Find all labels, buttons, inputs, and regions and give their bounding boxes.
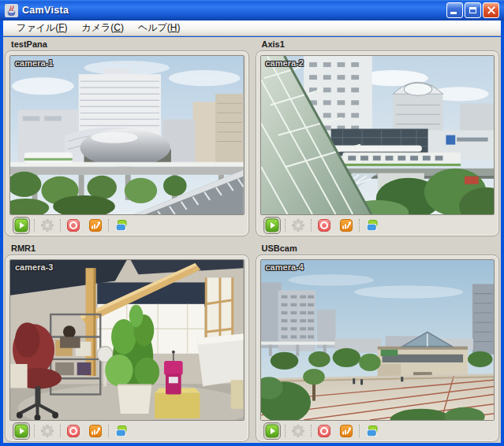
window-mode-button[interactable] bbox=[364, 422, 381, 440]
camera-feed-cityscape-dome bbox=[10, 56, 244, 214]
camera-overlay-label: camera-4 bbox=[266, 262, 304, 272]
camera-toolbar bbox=[260, 215, 495, 236]
play-button[interactable] bbox=[263, 422, 281, 440]
window-mode-icon bbox=[365, 218, 379, 232]
settings-button[interactable] bbox=[289, 422, 307, 440]
camera-toolbar bbox=[260, 421, 495, 441]
record-button[interactable] bbox=[315, 422, 333, 440]
upload-icon bbox=[339, 218, 353, 232]
play-icon bbox=[14, 424, 28, 438]
camera-overlay-label: camera-2 bbox=[266, 58, 304, 68]
upload-icon bbox=[88, 424, 103, 438]
close-icon bbox=[487, 6, 496, 15]
toolbar-separator bbox=[108, 219, 109, 232]
window-mode-icon bbox=[114, 218, 129, 232]
menu-file-label: ファイル( bbox=[17, 22, 58, 33]
settings-icon bbox=[40, 218, 54, 232]
toolbar-separator bbox=[285, 425, 286, 437]
record-icon bbox=[317, 218, 331, 232]
camera-panel: camera-4 bbox=[256, 255, 500, 442]
camera-view-3[interactable]: camera-3 bbox=[9, 259, 245, 421]
record-icon bbox=[66, 218, 80, 232]
record-button[interactable] bbox=[65, 217, 82, 234]
camera-cell-rmr1: RMR1 bbox=[5, 243, 249, 442]
menu-file-label-close: ) bbox=[64, 22, 67, 33]
camera-panel-title: RMR1 bbox=[5, 243, 249, 255]
record-button[interactable] bbox=[315, 217, 333, 234]
play-icon bbox=[265, 218, 279, 232]
window-mode-button[interactable] bbox=[364, 217, 381, 234]
toolbar-separator bbox=[285, 219, 286, 232]
minimize-button[interactable] bbox=[446, 2, 463, 18]
camera-overlay-label: camera-3 bbox=[15, 262, 53, 272]
camera-view-2[interactable]: camera-2 bbox=[260, 55, 495, 215]
menu-camera-label: カメラ( bbox=[81, 22, 114, 33]
window-mode-icon bbox=[365, 424, 379, 438]
menu-help-mnemonic: H bbox=[170, 22, 177, 33]
close-button[interactable] bbox=[483, 2, 499, 18]
upload-button[interactable] bbox=[87, 217, 104, 234]
upload-icon bbox=[88, 218, 103, 232]
camera-panel: camera-3 bbox=[5, 255, 249, 442]
menu-camera-mnemonic: C bbox=[114, 22, 121, 33]
menu-bar: ファイル(F) カメラ(C) ヘルプ(H) bbox=[3, 20, 501, 36]
record-button[interactable] bbox=[65, 422, 82, 440]
camera-cell-usbcam: USBcam bbox=[256, 243, 500, 442]
menu-file[interactable]: ファイル(F) bbox=[9, 20, 74, 36]
settings-button[interactable] bbox=[39, 217, 56, 234]
camera-view-1[interactable]: camera-1 bbox=[9, 55, 245, 215]
record-icon bbox=[66, 424, 80, 438]
title-bar[interactable]: CamVista bbox=[0, 0, 504, 20]
upload-icon bbox=[339, 424, 353, 438]
settings-button[interactable] bbox=[39, 422, 56, 440]
upload-button[interactable] bbox=[338, 422, 355, 440]
camera-view-4[interactable]: camera-4 bbox=[260, 259, 495, 421]
toolbar-separator bbox=[34, 219, 35, 232]
settings-button[interactable] bbox=[289, 217, 307, 234]
camera-feed-city-plaza bbox=[261, 260, 495, 420]
camera-panel: camera-1 bbox=[5, 50, 249, 236]
minimize-icon bbox=[450, 12, 457, 14]
camera-cell-axis1: Axis1 bbox=[256, 39, 500, 236]
camera-panel-title: Axis1 bbox=[256, 39, 500, 50]
toolbar-separator bbox=[60, 425, 61, 437]
play-button[interactable] bbox=[263, 217, 281, 234]
settings-icon bbox=[291, 424, 305, 438]
camera-toolbar bbox=[9, 215, 245, 236]
maximize-button[interactable] bbox=[465, 2, 481, 18]
upload-button[interactable] bbox=[87, 422, 104, 440]
toolbar-separator bbox=[311, 219, 312, 232]
camera-panel-title: USBcam bbox=[256, 243, 500, 255]
menu-help[interactable]: ヘルプ(H) bbox=[131, 20, 188, 36]
menu-help-label: ヘルプ( bbox=[138, 22, 170, 33]
menu-camera[interactable]: カメラ(C) bbox=[74, 20, 131, 36]
play-icon bbox=[14, 218, 28, 232]
settings-icon bbox=[291, 218, 305, 232]
toolbar-separator bbox=[311, 425, 312, 437]
toolbar-separator bbox=[60, 219, 61, 232]
camera-panel-title: testPana bbox=[5, 39, 249, 50]
play-button[interactable] bbox=[13, 422, 30, 440]
play-icon bbox=[265, 424, 279, 438]
record-icon bbox=[317, 424, 331, 438]
camera-grid: testPana bbox=[3, 37, 501, 443]
camera-cell-testpana: testPana bbox=[5, 39, 249, 236]
app-window: CamVista ファイル(F) カメラ(C) ヘルプ(H) testPana bbox=[0, 0, 504, 446]
toolbar-separator bbox=[108, 425, 109, 437]
menu-camera-label-close: ) bbox=[121, 22, 124, 33]
window-title: CamVista bbox=[22, 5, 446, 16]
toolbar-separator bbox=[359, 425, 360, 437]
toolbar-separator bbox=[34, 425, 35, 437]
toolbar-separator bbox=[359, 219, 360, 232]
upload-button[interactable] bbox=[338, 217, 355, 234]
window-mode-icon bbox=[114, 424, 129, 438]
play-button[interactable] bbox=[13, 217, 30, 234]
maximize-icon bbox=[469, 7, 476, 13]
menu-help-label-close: ) bbox=[177, 22, 181, 33]
app-icon bbox=[5, 4, 18, 17]
window-mode-button[interactable] bbox=[113, 217, 130, 234]
window-mode-button[interactable] bbox=[113, 422, 130, 440]
camera-toolbar bbox=[9, 421, 245, 441]
camera-overlay-label: camera-1 bbox=[15, 58, 53, 68]
settings-icon bbox=[40, 424, 54, 438]
